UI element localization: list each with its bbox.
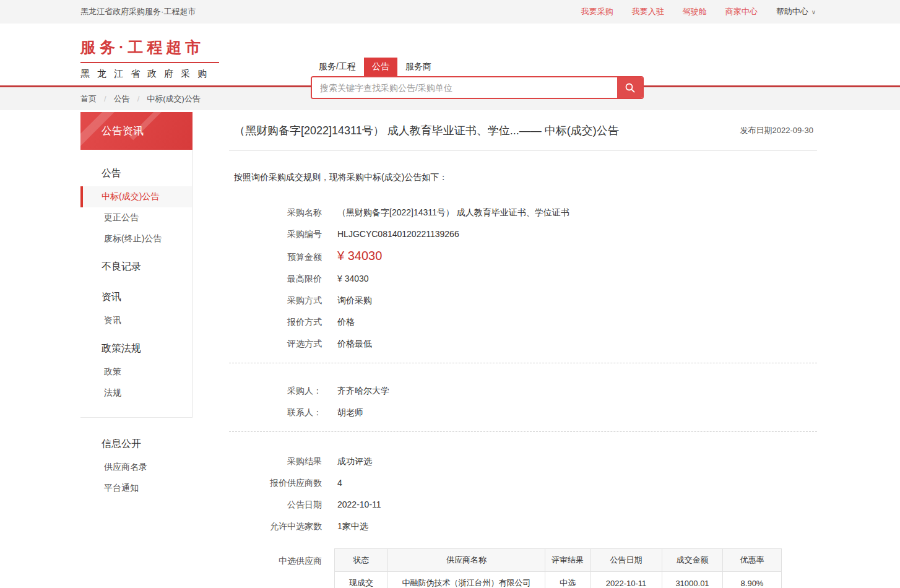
- field-procurement-result: 采购结果 成功评选: [229, 455, 817, 467]
- column-header-announcement-date: 公告日期: [591, 549, 662, 572]
- winning-supplier-table: 状态 供应商名称 评审结果 公告日期 成交金额 优惠率 现成交 中融防伪技术（浙…: [334, 548, 782, 588]
- site-header: 服务·工程超市 黑龙江省政府采购 服务/工程 公告 服务商: [0, 24, 900, 85]
- search-tabs: 服务/工程 公告 服务商: [311, 58, 644, 76]
- top-link-i-want-to-procure[interactable]: 我要采购: [581, 6, 613, 17]
- cell-review-result: 中选: [545, 572, 591, 588]
- sidebar-bottom-nav: 信息公开 供应商名录 平台通知: [80, 418, 193, 511]
- site-name: 黑龙江省政府采购服务·工程超市: [80, 6, 196, 17]
- section-divider: [229, 363, 817, 363]
- field-contact-person: 联系人： 胡老师: [229, 406, 817, 418]
- announcement-article: （黑财购备字[2022]14311号） 成人教育毕业证书、学位...—— 中标(…: [229, 112, 817, 588]
- top-link-cockpit[interactable]: 驾驶舱: [683, 6, 707, 17]
- cell-status: 现成交: [335, 572, 388, 588]
- breadcrumb-separator: /: [137, 94, 140, 103]
- breadcrumb-separator: /: [104, 94, 106, 103]
- field-bidder-count: 报价供应商数 4: [229, 477, 817, 489]
- cell-deal-amount: 31000.01: [662, 572, 723, 588]
- page-title: （黑财购备字[2022]14311号） 成人教育毕业证书、学位...—— 中标(…: [234, 123, 619, 138]
- sidebar-item-award-announcements[interactable]: 中标(成交)公告: [80, 186, 192, 207]
- field-procurement-number: 采购编号 HLJGCYC08140120221139266: [229, 228, 817, 240]
- winning-supplier-section: 中选供应商 状态 供应商名称 评审结果 公告日期 成交金额 优惠率 现成交: [229, 548, 817, 588]
- search-box: [311, 76, 644, 99]
- search-button[interactable]: [617, 77, 643, 98]
- field-purchaser: 采购人： 齐齐哈尔大学: [229, 384, 817, 397]
- tab-service-providers[interactable]: 服务商: [397, 58, 439, 76]
- top-link-join[interactable]: 我要入驻: [632, 6, 664, 17]
- sidebar-item-platform-notices[interactable]: 平台通知: [80, 478, 192, 499]
- search-input[interactable]: [312, 77, 617, 98]
- budget-amount-value: ¥ 34030: [337, 249, 382, 262]
- field-selection-method: 评选方式 价格最低: [229, 337, 817, 350]
- breadcrumb-home[interactable]: 首页: [80, 93, 97, 105]
- sidebar-main-nav: 公告 中标(成交)公告 更正公告 废标(终止)公告 不良记录 资讯 资讯 政策法…: [80, 150, 193, 418]
- intro-text: 按照询价采购成交规则，现将采购中标(成交)公告如下：: [234, 172, 817, 183]
- result-fields: 采购结果 成功评选 报价供应商数 4 公告日期 2022-10-11 允许中选家…: [229, 455, 817, 532]
- cell-discount-rate: 8.90%: [723, 572, 782, 588]
- sidebar-header-label: 公告资讯: [102, 124, 144, 138]
- sidebar: 公告资讯 公告 中标(成交)公告 更正公告 废标(终止)公告 不良记录 资讯 资…: [80, 112, 193, 511]
- logo-subtitle: 黑龙江省政府采购: [80, 68, 219, 80]
- search-area: 服务/工程 公告 服务商: [311, 58, 644, 99]
- column-header-status: 状态: [335, 549, 388, 572]
- sidebar-item-supplier-directory[interactable]: 供应商名录: [80, 457, 192, 478]
- top-utility-bar: 黑龙江省政府采购服务·工程超市 我要采购 我要入驻 驾驶舱 商家中心 帮助中心 …: [0, 0, 900, 24]
- top-link-merchant-center[interactable]: 商家中心: [725, 6, 758, 17]
- table-header-row: 状态 供应商名称 评审结果 公告日期 成交金额 优惠率: [335, 549, 782, 572]
- sidebar-header: 公告资讯: [80, 112, 193, 150]
- sidebar-item-correction-announcements[interactable]: 更正公告: [80, 207, 192, 228]
- cell-announcement-date: 2022-10-11: [591, 572, 662, 588]
- sidebar-heading-bad-records[interactable]: 不良记录: [80, 249, 192, 280]
- site-logo: 服务·工程超市 黑龙江省政府采购: [80, 37, 219, 80]
- help-center-menu[interactable]: 帮助中心 ∨: [776, 6, 816, 17]
- tab-announcements[interactable]: 公告: [364, 58, 397, 76]
- logo-title: 服务·工程超市: [80, 37, 219, 63]
- table-row: 现成交 中融防伪技术（浙江台州）有限公司 中选 2022-10-11 31000…: [335, 572, 782, 588]
- breadcrumb-current: 中标(成交)公告: [147, 93, 201, 105]
- field-allowed-winner-count: 允许中选家数 1家中选: [229, 520, 817, 532]
- top-links: 我要采购 我要入驻 驾驶舱 商家中心 帮助中心 ∨: [581, 6, 816, 17]
- title-divider: [229, 150, 817, 151]
- help-center-label: 帮助中心: [776, 6, 808, 17]
- search-icon: [625, 82, 636, 93]
- winning-supplier-label: 中选供应商: [229, 548, 322, 588]
- sidebar-heading-news[interactable]: 资讯: [80, 280, 192, 310]
- chevron-down-icon: ∨: [811, 9, 816, 15]
- sidebar-item-regulations[interactable]: 法规: [80, 383, 192, 404]
- field-procurement-name: 采购名称 （黑财购备字[2022]14311号） 成人教育毕业证书、学位证书: [229, 206, 817, 218]
- sidebar-item-cancelled-announcements[interactable]: 废标(终止)公告: [80, 228, 192, 249]
- field-max-price: 最高限价 ¥ 34030: [229, 272, 817, 285]
- column-header-deal-amount: 成交金额: [662, 549, 723, 572]
- article-header: （黑财购备字[2022]14311号） 成人教育毕业证书、学位...—— 中标(…: [229, 112, 817, 150]
- section-divider: [229, 431, 817, 432]
- field-quote-method: 报价方式 价格: [229, 316, 817, 328]
- sidebar-item-policies[interactable]: 政策: [80, 361, 192, 383]
- sidebar-heading-information-disclosure[interactable]: 信息公开: [80, 426, 192, 457]
- field-procurement-method: 采购方式 询价采购: [229, 294, 817, 306]
- sidebar-heading-policies-regulations[interactable]: 政策法规: [80, 331, 192, 361]
- cell-supplier-name: 中融防伪技术（浙江台州）有限公司: [388, 572, 545, 588]
- column-header-supplier-name: 供应商名称: [388, 549, 545, 572]
- tab-services-projects[interactable]: 服务/工程: [311, 58, 364, 76]
- column-header-review-result: 评审结果: [545, 549, 591, 572]
- column-header-discount-rate: 优惠率: [723, 549, 782, 572]
- sidebar-heading-announcements[interactable]: 公告: [80, 156, 192, 186]
- publish-date: 发布日期2022-09-30: [740, 125, 814, 136]
- sidebar-item-news[interactable]: 资讯: [80, 310, 192, 331]
- field-budget-amount: 预算金额 ¥ 34030: [229, 249, 817, 263]
- field-announcement-date: 公告日期 2022-10-11: [229, 498, 817, 511]
- contact-fields: 采购人： 齐齐哈尔大学 联系人： 胡老师: [229, 384, 817, 418]
- page-content: 公告资讯 公告 中标(成交)公告 更正公告 废标(终止)公告 不良记录 资讯 资…: [0, 110, 900, 588]
- breadcrumb-announcements[interactable]: 公告: [114, 93, 130, 105]
- procurement-fields: 采购名称 （黑财购备字[2022]14311号） 成人教育毕业证书、学位证书 采…: [229, 206, 817, 350]
